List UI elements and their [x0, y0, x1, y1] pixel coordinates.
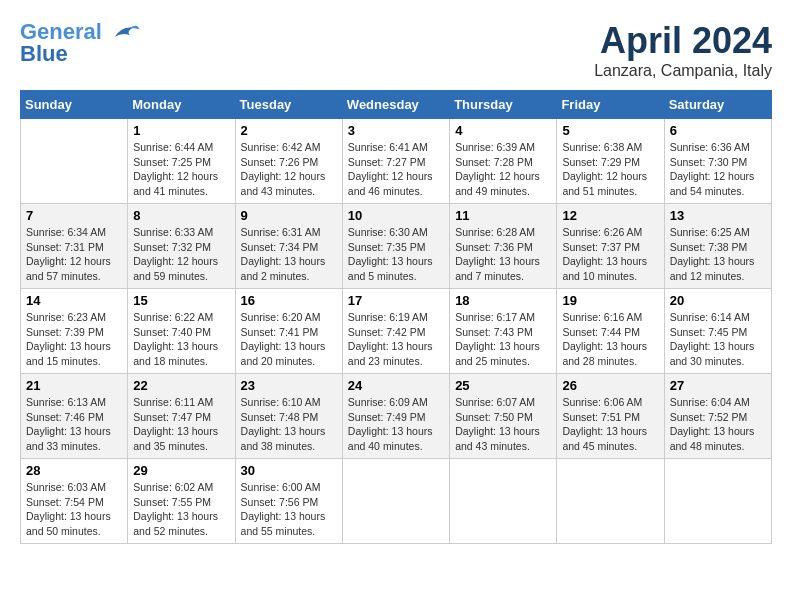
- day-info: Sunrise: 6:42 AMSunset: 7:26 PMDaylight:…: [241, 140, 337, 199]
- calendar-cell: 25Sunrise: 6:07 AMSunset: 7:50 PMDayligh…: [450, 374, 557, 459]
- calendar-cell: 4Sunrise: 6:39 AMSunset: 7:28 PMDaylight…: [450, 119, 557, 204]
- calendar-cell: [557, 459, 664, 544]
- calendar-cell: 20Sunrise: 6:14 AMSunset: 7:45 PMDayligh…: [664, 289, 771, 374]
- calendar-cell: 1Sunrise: 6:44 AMSunset: 7:25 PMDaylight…: [128, 119, 235, 204]
- day-info: Sunrise: 6:14 AMSunset: 7:45 PMDaylight:…: [670, 310, 766, 369]
- day-info: Sunrise: 6:30 AMSunset: 7:35 PMDaylight:…: [348, 225, 444, 284]
- calendar-table: SundayMondayTuesdayWednesdayThursdayFrid…: [20, 90, 772, 544]
- day-info: Sunrise: 6:17 AMSunset: 7:43 PMDaylight:…: [455, 310, 551, 369]
- calendar-cell: [450, 459, 557, 544]
- day-info: Sunrise: 6:26 AMSunset: 7:37 PMDaylight:…: [562, 225, 658, 284]
- day-info: Sunrise: 6:20 AMSunset: 7:41 PMDaylight:…: [241, 310, 337, 369]
- calendar-cell: 3Sunrise: 6:41 AMSunset: 7:27 PMDaylight…: [342, 119, 449, 204]
- day-number: 7: [26, 208, 122, 223]
- calendar-cell: [664, 459, 771, 544]
- calendar-cell: [21, 119, 128, 204]
- day-number: 13: [670, 208, 766, 223]
- weekday-header: Tuesday: [235, 91, 342, 119]
- calendar-cell: [342, 459, 449, 544]
- day-number: 12: [562, 208, 658, 223]
- calendar-cell: 2Sunrise: 6:42 AMSunset: 7:26 PMDaylight…: [235, 119, 342, 204]
- calendar-cell: 27Sunrise: 6:04 AMSunset: 7:52 PMDayligh…: [664, 374, 771, 459]
- day-info: Sunrise: 6:02 AMSunset: 7:55 PMDaylight:…: [133, 480, 229, 539]
- day-info: Sunrise: 6:03 AMSunset: 7:54 PMDaylight:…: [26, 480, 122, 539]
- calendar-week-row: 21Sunrise: 6:13 AMSunset: 7:46 PMDayligh…: [21, 374, 772, 459]
- day-number: 5: [562, 123, 658, 138]
- day-number: 1: [133, 123, 229, 138]
- day-number: 25: [455, 378, 551, 393]
- day-info: Sunrise: 6:28 AMSunset: 7:36 PMDaylight:…: [455, 225, 551, 284]
- weekday-header: Friday: [557, 91, 664, 119]
- calendar-cell: 22Sunrise: 6:11 AMSunset: 7:47 PMDayligh…: [128, 374, 235, 459]
- calendar-cell: 11Sunrise: 6:28 AMSunset: 7:36 PMDayligh…: [450, 204, 557, 289]
- weekday-header: Sunday: [21, 91, 128, 119]
- day-info: Sunrise: 6:41 AMSunset: 7:27 PMDaylight:…: [348, 140, 444, 199]
- day-number: 9: [241, 208, 337, 223]
- day-info: Sunrise: 6:19 AMSunset: 7:42 PMDaylight:…: [348, 310, 444, 369]
- day-number: 18: [455, 293, 551, 308]
- calendar-cell: 19Sunrise: 6:16 AMSunset: 7:44 PMDayligh…: [557, 289, 664, 374]
- day-number: 22: [133, 378, 229, 393]
- day-info: Sunrise: 6:31 AMSunset: 7:34 PMDaylight:…: [241, 225, 337, 284]
- calendar-cell: 21Sunrise: 6:13 AMSunset: 7:46 PMDayligh…: [21, 374, 128, 459]
- calendar-cell: 6Sunrise: 6:36 AMSunset: 7:30 PMDaylight…: [664, 119, 771, 204]
- day-info: Sunrise: 6:38 AMSunset: 7:29 PMDaylight:…: [562, 140, 658, 199]
- calendar-cell: 17Sunrise: 6:19 AMSunset: 7:42 PMDayligh…: [342, 289, 449, 374]
- calendar-cell: 13Sunrise: 6:25 AMSunset: 7:38 PMDayligh…: [664, 204, 771, 289]
- calendar-cell: 18Sunrise: 6:17 AMSunset: 7:43 PMDayligh…: [450, 289, 557, 374]
- weekday-header: Wednesday: [342, 91, 449, 119]
- day-number: 4: [455, 123, 551, 138]
- day-number: 29: [133, 463, 229, 478]
- weekday-header: Thursday: [450, 91, 557, 119]
- weekday-header: Monday: [128, 91, 235, 119]
- day-info: Sunrise: 6:34 AMSunset: 7:31 PMDaylight:…: [26, 225, 122, 284]
- calendar-week-row: 7Sunrise: 6:34 AMSunset: 7:31 PMDaylight…: [21, 204, 772, 289]
- day-info: Sunrise: 6:10 AMSunset: 7:48 PMDaylight:…: [241, 395, 337, 454]
- weekday-header: Saturday: [664, 91, 771, 119]
- day-number: 23: [241, 378, 337, 393]
- title-block: April 2024 Lanzara, Campania, Italy: [594, 20, 772, 80]
- calendar-week-row: 28Sunrise: 6:03 AMSunset: 7:54 PMDayligh…: [21, 459, 772, 544]
- day-number: 11: [455, 208, 551, 223]
- day-number: 27: [670, 378, 766, 393]
- day-info: Sunrise: 6:13 AMSunset: 7:46 PMDaylight:…: [26, 395, 122, 454]
- day-info: Sunrise: 6:33 AMSunset: 7:32 PMDaylight:…: [133, 225, 229, 284]
- day-info: Sunrise: 6:25 AMSunset: 7:38 PMDaylight:…: [670, 225, 766, 284]
- day-number: 17: [348, 293, 444, 308]
- calendar-cell: 23Sunrise: 6:10 AMSunset: 7:48 PMDayligh…: [235, 374, 342, 459]
- calendar-cell: 5Sunrise: 6:38 AMSunset: 7:29 PMDaylight…: [557, 119, 664, 204]
- day-number: 30: [241, 463, 337, 478]
- calendar-week-row: 1Sunrise: 6:44 AMSunset: 7:25 PMDaylight…: [21, 119, 772, 204]
- day-number: 24: [348, 378, 444, 393]
- day-number: 20: [670, 293, 766, 308]
- day-info: Sunrise: 6:11 AMSunset: 7:47 PMDaylight:…: [133, 395, 229, 454]
- day-number: 21: [26, 378, 122, 393]
- calendar-cell: 24Sunrise: 6:09 AMSunset: 7:49 PMDayligh…: [342, 374, 449, 459]
- location-subtitle: Lanzara, Campania, Italy: [594, 62, 772, 80]
- day-number: 26: [562, 378, 658, 393]
- calendar-week-row: 14Sunrise: 6:23 AMSunset: 7:39 PMDayligh…: [21, 289, 772, 374]
- day-number: 16: [241, 293, 337, 308]
- day-info: Sunrise: 6:07 AMSunset: 7:50 PMDaylight:…: [455, 395, 551, 454]
- day-number: 28: [26, 463, 122, 478]
- calendar-cell: 9Sunrise: 6:31 AMSunset: 7:34 PMDaylight…: [235, 204, 342, 289]
- calendar-cell: 28Sunrise: 6:03 AMSunset: 7:54 PMDayligh…: [21, 459, 128, 544]
- calendar-cell: 10Sunrise: 6:30 AMSunset: 7:35 PMDayligh…: [342, 204, 449, 289]
- day-info: Sunrise: 6:04 AMSunset: 7:52 PMDaylight:…: [670, 395, 766, 454]
- day-number: 2: [241, 123, 337, 138]
- day-info: Sunrise: 6:36 AMSunset: 7:30 PMDaylight:…: [670, 140, 766, 199]
- calendar-cell: 30Sunrise: 6:00 AMSunset: 7:56 PMDayligh…: [235, 459, 342, 544]
- calendar-cell: 15Sunrise: 6:22 AMSunset: 7:40 PMDayligh…: [128, 289, 235, 374]
- page-header: General Blue April 2024 Lanzara, Campani…: [20, 20, 772, 80]
- month-title: April 2024: [594, 20, 772, 62]
- day-info: Sunrise: 6:09 AMSunset: 7:49 PMDaylight:…: [348, 395, 444, 454]
- day-info: Sunrise: 6:22 AMSunset: 7:40 PMDaylight:…: [133, 310, 229, 369]
- day-info: Sunrise: 6:00 AMSunset: 7:56 PMDaylight:…: [241, 480, 337, 539]
- day-info: Sunrise: 6:44 AMSunset: 7:25 PMDaylight:…: [133, 140, 229, 199]
- day-info: Sunrise: 6:16 AMSunset: 7:44 PMDaylight:…: [562, 310, 658, 369]
- day-number: 15: [133, 293, 229, 308]
- weekday-header-row: SundayMondayTuesdayWednesdayThursdayFrid…: [21, 91, 772, 119]
- day-number: 8: [133, 208, 229, 223]
- calendar-cell: 16Sunrise: 6:20 AMSunset: 7:41 PMDayligh…: [235, 289, 342, 374]
- day-number: 19: [562, 293, 658, 308]
